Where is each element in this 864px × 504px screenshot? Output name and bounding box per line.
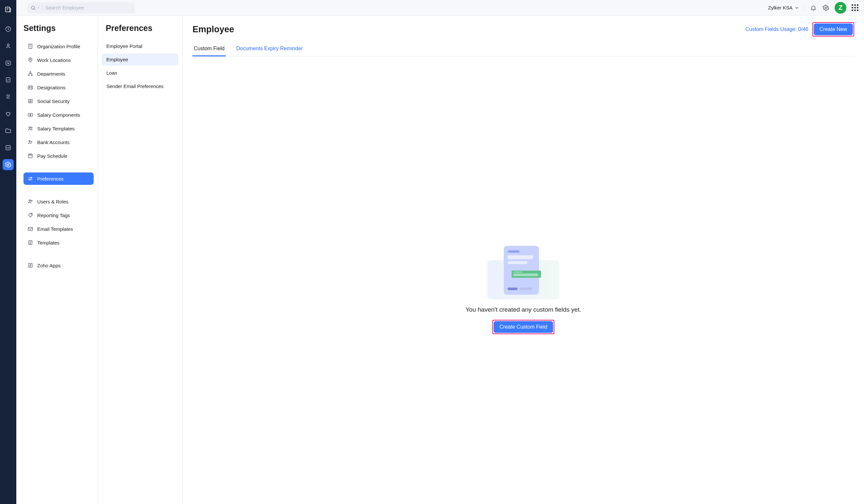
settings-item-label: Zoho Apps (37, 263, 61, 268)
settings-item-label: Users & Roles (37, 199, 69, 205)
empty-illustration (488, 246, 559, 299)
settings-bank-accounts[interactable]: Bank Accounts (24, 136, 94, 148)
settings-salary-components[interactable]: Salary Components (24, 109, 94, 121)
create-custom-field-button[interactable]: Create Custom Field (494, 321, 553, 333)
location-icon (27, 57, 33, 63)
custom-fields-usage-link[interactable]: Custom Fields Usage: 0/46 (746, 26, 808, 32)
nav-approvals[interactable] (3, 74, 14, 85)
pref-employee[interactable]: Employee (102, 53, 179, 65)
nav-dashboard[interactable] (3, 24, 14, 35)
search-container[interactable] (27, 2, 135, 13)
building-icon (27, 44, 33, 49)
settings-item-label: Departments (37, 71, 65, 77)
avatar-letter: Z (839, 4, 842, 11)
highlight-annotation: Create New (813, 22, 854, 37)
nav-payruns[interactable] (3, 57, 14, 69)
tab-custom-field[interactable]: Custom Field (192, 42, 226, 56)
avatar[interactable]: Z (835, 2, 847, 14)
settings-item-label: Social Security (37, 98, 70, 104)
shield-icon (27, 98, 33, 104)
settings-departments[interactable]: Departments (24, 67, 94, 80)
preferences-sidebar: Preferences Employee Portal Employee Loa… (98, 16, 183, 504)
settings-gear-icon[interactable] (822, 4, 829, 11)
svg-rect-0 (5, 7, 10, 12)
nav-reports[interactable] (3, 142, 14, 153)
settings-item-label: Templates (37, 240, 59, 245)
settings-item-label: Organization Profile (37, 44, 80, 49)
page-title: Employee (192, 24, 234, 35)
settings-organization-profile[interactable]: Organization Profile (24, 40, 94, 52)
document-icon (27, 239, 33, 245)
settings-item-label: Pay Schedule (37, 153, 68, 159)
svg-point-26 (31, 200, 32, 201)
svg-rect-28 (28, 228, 33, 231)
svg-point-24 (29, 179, 31, 180)
settings-reporting-tags[interactable]: Reporting Tags (24, 209, 94, 221)
svg-point-15 (29, 87, 30, 88)
divider (804, 4, 805, 11)
settings-item-label: Bank Accounts (37, 139, 70, 145)
create-new-button[interactable]: Create New (814, 24, 853, 35)
settings-item-label: Designations (37, 85, 65, 90)
topbar: Zylker KSA Z (16, 0, 864, 16)
settings-designations[interactable]: Designations (24, 81, 94, 94)
settings-item-label: Salary Templates (37, 126, 75, 131)
apps-grid-icon[interactable] (852, 4, 859, 11)
settings-users-roles[interactable]: Users & Roles (24, 195, 94, 208)
notifications-icon[interactable] (810, 4, 817, 11)
nav-benefits[interactable] (3, 108, 14, 119)
empty-message: You haven't created any custom fields ye… (466, 306, 581, 313)
settings-item-label: Preferences (37, 176, 64, 182)
svg-point-10 (30, 59, 31, 60)
settings-work-locations[interactable]: Work Locations (24, 54, 94, 66)
search-input[interactable] (45, 5, 132, 10)
tab-label: Documents Expiry Reminder (236, 46, 303, 51)
settings-social-security[interactable]: Social Security (24, 95, 94, 107)
nav-settings[interactable] (3, 159, 14, 170)
svg-point-25 (29, 200, 31, 201)
tab-label: Custom Field (194, 46, 225, 51)
people-group-icon (27, 125, 33, 131)
svg-point-23 (31, 177, 32, 178)
app-logo-icon (3, 4, 14, 15)
tab-documents-expiry[interactable]: Documents Expiry Reminder (235, 42, 304, 56)
pref-loan[interactable]: Loan (102, 67, 179, 79)
chevron-down-icon (794, 5, 799, 10)
svg-point-21 (29, 140, 31, 142)
settings-zoho-apps[interactable]: Zoho Apps (24, 259, 94, 272)
pref-sender-email[interactable]: Sender Email Preferences (102, 80, 179, 92)
svg-point-12 (28, 75, 29, 76)
calendar-icon (27, 153, 33, 159)
id-card-icon (27, 84, 33, 90)
money-icon (27, 112, 33, 118)
empty-state: You haven't created any custom fields ye… (192, 57, 854, 497)
svg-point-2 (7, 44, 9, 46)
settings-templates[interactable]: Templates (24, 236, 94, 249)
svg-point-18 (30, 114, 31, 116)
settings-email-templates[interactable]: Email Templates (24, 223, 94, 235)
svg-point-27 (31, 214, 32, 214)
highlight-annotation: Create Custom Field (492, 320, 555, 334)
org-switcher[interactable]: Zylker KSA (768, 5, 799, 10)
settings-preferences[interactable]: Preferences (24, 172, 94, 185)
svg-rect-16 (28, 99, 32, 103)
nav-documents[interactable] (3, 125, 14, 136)
settings-item-label: Work Locations (37, 57, 71, 63)
integration-icon (27, 262, 33, 268)
pref-item-label: Employee Portal (106, 44, 142, 49)
settings-salary-templates[interactable]: Salary Templates (24, 122, 94, 135)
nav-people[interactable] (3, 40, 14, 51)
nav-loans[interactable] (3, 91, 14, 102)
tabs: Custom Field Documents Expiry Reminder (192, 42, 854, 57)
tag-icon (27, 212, 33, 218)
svg-rect-17 (28, 113, 33, 116)
pref-item-label: Sender Email Preferences (106, 84, 164, 89)
settings-pay-schedule[interactable]: Pay Schedule (24, 150, 94, 162)
nav-rail (0, 0, 16, 504)
pref-employee-portal[interactable]: Employee Portal (102, 40, 179, 52)
svg-point-19 (29, 127, 31, 128)
svg-rect-9 (29, 44, 32, 49)
svg-rect-14 (28, 86, 33, 89)
org-tree-icon (27, 71, 33, 77)
svg-point-20 (31, 127, 32, 128)
